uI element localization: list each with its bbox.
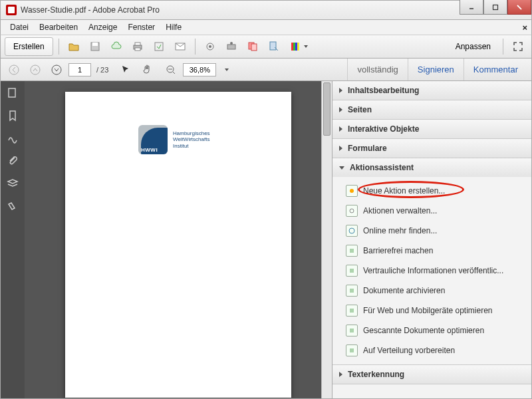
logo-abbrev: HWWI	[141, 147, 158, 153]
signature-icon[interactable]	[6, 132, 19, 145]
close-button[interactable]	[507, 0, 531, 15]
svg-rect-22	[293, 43, 295, 51]
document-viewport[interactable]: HWWI Hamburgisches WeltWirtschafts Insti…	[25, 81, 332, 398]
next-page-button[interactable]	[47, 61, 66, 79]
menu-bar: Datei Bearbeiten Anzeige Fenster Hilfe ×	[0, 20, 532, 35]
tags-icon[interactable]	[6, 200, 19, 213]
svg-rect-23	[295, 43, 297, 51]
menu-edit[interactable]: Bearbeiten	[34, 21, 83, 33]
tab-sign[interactable]: Signieren	[408, 59, 464, 80]
app-icon	[6, 5, 17, 15]
action-optimize-scan[interactable]: Gescannte Dokumente optimieren	[332, 321, 531, 340]
logo-mark: HWWI	[138, 125, 168, 154]
svg-point-17	[230, 42, 233, 45]
open-button[interactable]	[65, 37, 83, 56]
svg-point-26	[31, 65, 40, 74]
action-create-new[interactable]: Neue Aktion erstellen...	[332, 181, 531, 201]
pdf-page: HWWI Hamburgisches WeltWirtschafts Insti…	[65, 92, 291, 398]
right-tabs: vollständig Signieren Kommentar	[347, 59, 527, 80]
svg-rect-1	[493, 5, 498, 9]
svg-rect-20	[270, 42, 276, 50]
attachments-icon[interactable]	[6, 154, 19, 168]
action-icon	[346, 185, 358, 197]
svg-rect-11	[135, 48, 140, 51]
tab-comment[interactable]: Kommentar	[464, 59, 527, 80]
action-wizard-body: Neue Aktion erstellen... Aktionen verwal…	[332, 177, 531, 364]
menubar-close-icon[interactable]: ×	[522, 23, 527, 33]
menu-file[interactable]: Datei	[5, 21, 34, 33]
scrollbar-thumb[interactable]	[323, 82, 331, 136]
cloud-button[interactable]	[107, 37, 126, 56]
combine-button[interactable]	[243, 37, 262, 56]
section-pages[interactable]: Seiten	[332, 100, 531, 119]
section-action-wizard[interactable]: Aktionsassistent	[332, 158, 531, 177]
action-archive[interactable]: Dokumente archivieren	[332, 281, 531, 301]
menu-window[interactable]: Fenster	[122, 21, 160, 33]
share-button[interactable]	[150, 37, 168, 56]
bookmarks-icon[interactable]	[6, 109, 19, 122]
checklist-icon	[346, 245, 358, 257]
svg-line-30	[173, 72, 175, 74]
checklist-icon	[346, 265, 358, 277]
svg-rect-19	[251, 44, 257, 51]
minimize-button[interactable]	[460, 0, 483, 15]
save-button[interactable]	[86, 37, 104, 56]
tab-full[interactable]: vollständig	[347, 59, 407, 80]
page-nav-toolbar: / 23 vollständig Signieren Kommentar	[0, 59, 532, 81]
svg-rect-12	[155, 43, 163, 51]
customize-button[interactable]: Anpassen	[452, 42, 497, 51]
prev-page-button[interactable]	[26, 61, 45, 79]
hand-tool-button[interactable]	[138, 61, 156, 79]
zoom-input[interactable]	[183, 63, 216, 76]
window-controls	[460, 0, 531, 15]
svg-point-33	[350, 209, 354, 213]
svg-rect-24	[297, 43, 299, 51]
color-button[interactable]	[286, 37, 311, 56]
stamp-button[interactable]	[222, 37, 241, 56]
action-icon	[346, 225, 358, 237]
print-button[interactable]	[128, 37, 147, 56]
section-content-editing[interactable]: Inhaltsbearbeitung	[332, 81, 531, 100]
action-distribute[interactable]: Auf Verteilung vorbereiten	[332, 340, 531, 360]
action-icon	[346, 205, 358, 217]
select-tool-button[interactable]	[116, 61, 135, 79]
action-optimize-web[interactable]: Für Web und Mobilgeräte optimieren	[332, 301, 531, 321]
svg-rect-10	[135, 43, 140, 45]
menu-help[interactable]: Hilfe	[160, 21, 187, 33]
action-manage[interactable]: Aktionen verwalten...	[332, 201, 531, 221]
logo-text: Hamburgisches WeltWirtschafts Institut	[173, 130, 210, 150]
left-nav-strip	[1, 81, 25, 398]
svg-point-27	[52, 65, 61, 74]
zoom-dropdown-button[interactable]	[219, 61, 232, 79]
create-label: Erstellen	[13, 42, 45, 51]
email-button[interactable]	[171, 37, 190, 56]
gear-button[interactable]	[201, 37, 219, 56]
checklist-icon	[346, 285, 358, 297]
action-accessible[interactable]: Barrierefrei machen	[332, 241, 531, 261]
zoom-out-button[interactable]	[162, 61, 180, 79]
action-find-online[interactable]: Online mehr finden...	[332, 221, 531, 241]
layers-icon[interactable]	[6, 177, 19, 190]
first-page-button[interactable]	[5, 61, 23, 79]
scrollbar-vertical[interactable]	[321, 81, 332, 398]
window-title: Wasser-Studie.pdf - Adobe Acrobat Pro	[21, 5, 160, 15]
thumbnails-icon[interactable]	[6, 86, 19, 100]
svg-rect-8	[92, 43, 98, 46]
section-interactive-objects[interactable]: Interaktive Objekte	[332, 120, 531, 138]
maximize-button[interactable]	[483, 0, 507, 15]
menu-view[interactable]: Anzeige	[83, 21, 122, 33]
section-ocr[interactable]: Texterkennung	[332, 365, 531, 384]
svg-rect-31	[9, 88, 15, 97]
fullscreen-button[interactable]	[509, 37, 527, 56]
svg-point-32	[350, 189, 354, 193]
svg-rect-21	[291, 43, 293, 51]
create-button[interactable]: A Erstellen	[5, 37, 53, 56]
svg-point-34	[349, 228, 354, 233]
section-forms[interactable]: Formulare	[332, 139, 531, 158]
svg-rect-16	[227, 45, 235, 49]
page-number-input[interactable]	[68, 63, 91, 76]
window-titlebar: Wasser-Studie.pdf - Adobe Acrobat Pro	[0, 0, 532, 20]
main-area: HWWI Hamburgisches WeltWirtschafts Insti…	[0, 81, 532, 399]
edit-button[interactable]	[265, 37, 283, 56]
action-confidential[interactable]: Vertrauliche Informationen veröffentlic.…	[332, 261, 531, 281]
